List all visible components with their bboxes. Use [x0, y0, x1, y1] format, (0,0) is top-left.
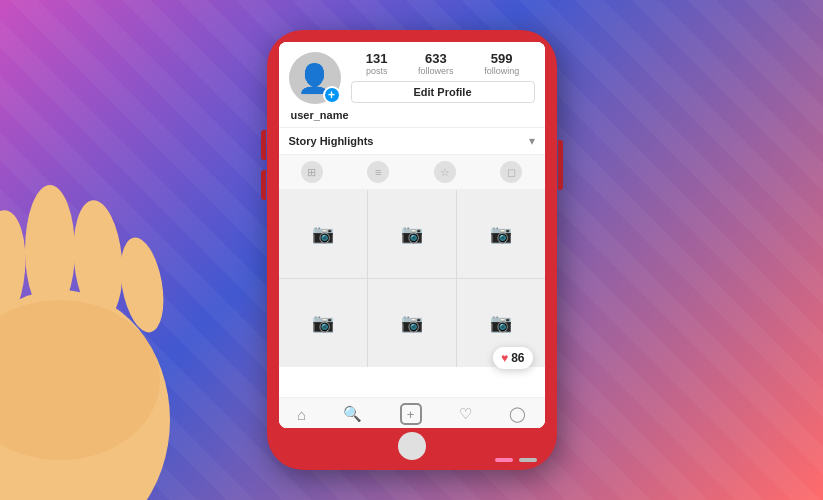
following-label: following [484, 66, 519, 76]
grid-cell-2[interactable]: 📷 [368, 190, 456, 278]
phone-screen: 👤 + 131 posts [279, 42, 545, 428]
dot-1 [495, 458, 513, 462]
camera-icon-2: 📷 [401, 223, 423, 245]
followers-count: 633 [425, 52, 447, 65]
stats-area: 131 posts 633 followers 599 following [351, 52, 535, 103]
profile-header: 👤 + 131 posts [279, 42, 545, 128]
stats-row: 131 posts 633 followers 599 following [351, 52, 535, 76]
add-avatar-button[interactable]: + [323, 86, 341, 104]
list-view-tab[interactable]: ≡ [367, 161, 389, 183]
posts-count: 131 [366, 52, 388, 65]
post-grid: 📷 📷 📷 📷 📷 [279, 190, 545, 367]
camera-icon-3: 📷 [490, 223, 512, 245]
tab-icons-row: ⊞ ≡ ☆ ◻ [279, 155, 545, 190]
followers-label: followers [418, 66, 454, 76]
edit-profile-button[interactable]: Edit Profile [351, 81, 535, 103]
dot-2 [519, 458, 537, 462]
tagged-tab[interactable]: ☆ [434, 161, 456, 183]
reels-tab[interactable]: ◻ [500, 161, 522, 183]
volume-down-button [261, 170, 266, 200]
following-count: 599 [491, 52, 513, 65]
screen-content: 👤 + 131 posts [279, 42, 545, 428]
grid-cell-3[interactable]: 📷 [457, 190, 545, 278]
search-nav-icon[interactable]: 🔍 [343, 405, 362, 423]
heart-icon: ♥ [501, 351, 508, 365]
like-count: 86 [511, 351, 524, 365]
phone-wrapper: 👤 + 131 posts [242, 20, 582, 480]
highlights-title: Story Highlights [289, 135, 374, 147]
add-post-button[interactable]: + [400, 403, 422, 425]
home-button[interactable] [398, 432, 426, 460]
followers-stat[interactable]: 633 followers [418, 52, 454, 76]
avatar-wrapper: 👤 + [289, 52, 341, 104]
likes-nav-icon[interactable]: ♡ [459, 405, 472, 423]
grid-cell-4[interactable]: 📷 [279, 279, 367, 367]
chevron-down-icon[interactable]: ▾ [529, 134, 535, 148]
add-icon: + [328, 88, 335, 102]
power-button [558, 140, 563, 190]
profile-nav-icon[interactable]: ◯ [509, 405, 526, 423]
volume-up-button [261, 130, 266, 160]
like-notification-badge: ♥ 86 [493, 347, 532, 369]
indicator-dots [495, 458, 537, 462]
posts-stat: 131 posts [366, 52, 388, 76]
grid-cell-1[interactable]: 📷 [279, 190, 367, 278]
grid-view-tab[interactable]: ⊞ [301, 161, 323, 183]
camera-icon-5: 📷 [401, 312, 423, 334]
grid-wrapper: 📷 📷 📷 📷 📷 [279, 190, 545, 397]
camera-icon-4: 📷 [312, 312, 334, 334]
home-nav-icon[interactable]: ⌂ [297, 406, 306, 423]
phone-body: 👤 + 131 posts [267, 30, 557, 470]
username: user_name [289, 109, 535, 121]
camera-icon-1: 📷 [312, 223, 334, 245]
posts-label: posts [366, 66, 388, 76]
highlights-header: Story Highlights ▾ [289, 134, 535, 148]
following-stat[interactable]: 599 following [484, 52, 519, 76]
highlights-section: Story Highlights ▾ [279, 128, 545, 155]
grid-cell-5[interactable]: 📷 [368, 279, 456, 367]
profile-top: 👤 + 131 posts [289, 52, 535, 104]
camera-icon-6: 📷 [490, 312, 512, 334]
bottom-nav: ⌂ 🔍 + ♡ ◯ [279, 397, 545, 428]
